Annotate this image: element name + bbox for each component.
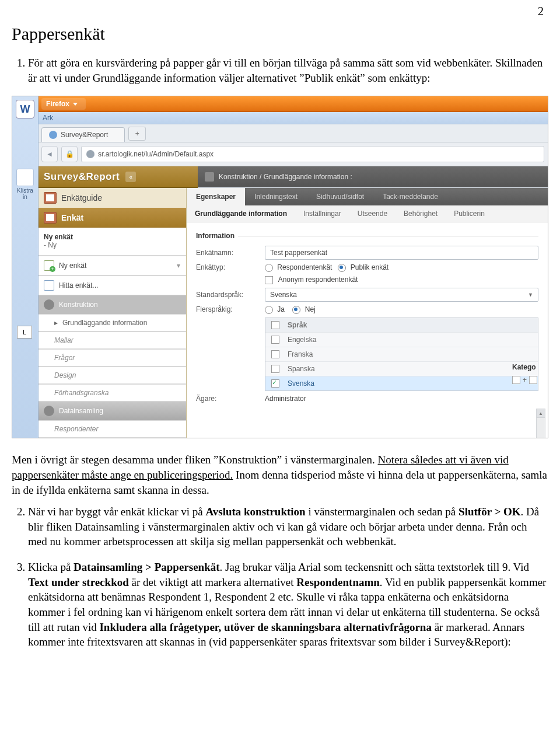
word-app-icon[interactable]: W [16,100,34,118]
subtab-grund[interactable]: Grundläggande information [187,210,295,218]
breadcrumb-icon [205,172,214,182]
checkbox-anonym-label: Anonym respondentenkät [278,275,358,284]
nav-ny-enkat-sub: - Ny [44,241,180,249]
expand-button[interactable] [512,376,520,384]
nav-fragor[interactable]: Frågor [38,349,186,367]
checkbox-all-lang[interactable] [271,321,279,329]
browser-toolbar: ◄ 🔒 sr.artologik.net/lu/Admin/Default.as… [38,142,548,166]
subtab-installningar[interactable]: Inställningar [295,210,349,218]
select-value: Svenska [270,291,297,299]
checkbox-lang-fr[interactable] [271,350,279,358]
section-kategori: Katego + [512,363,537,384]
nav-respondenter[interactable]: Respondenter [38,420,186,438]
nav-grund-label: Grundläggande information [62,319,147,327]
d3c: . Jag brukar välja Arial som teckensnitt… [220,561,529,573]
screenshot: W Klistra in L Firefox Ark Survey&Report… [12,96,548,438]
d2c: i vänstermarginalen och sedan på [306,505,459,518]
radio-respondentenkat-label: Respondentenkät [277,263,332,271]
d3f: Respondentnamn [296,576,380,588]
doc-item-1: För att göra en kursvärdering på papper … [28,55,548,85]
firefox-menu-bar: Firefox [38,96,548,112]
word-ark-tab[interactable]: Ark [38,112,548,124]
scroll-up-button[interactable]: ▲ [537,409,545,418]
sub-tabs: Grundläggande information Inställningar … [187,205,548,222]
nav-enkat-label: Enkät [61,213,83,222]
nav-ny-enkat[interactable]: Ny enkät ▾ [38,256,186,275]
section-information-label: Information [196,232,235,240]
address-bar[interactable]: sr.artologik.net/lu/Admin/Default.aspx [81,146,544,162]
nav-hitta-enkat[interactable]: Hitta enkät... [38,275,186,295]
radio-nej[interactable] [292,306,300,314]
site-identity-icon [86,150,94,158]
section-kategori-label: Katego [512,363,537,371]
subtab-publicering[interactable]: Publicerin [446,210,493,218]
gear-icon [44,406,54,416]
tab-sidhuvud[interactable]: Sidhuvud/sidfot [307,188,373,205]
tree-checkbox[interactable] [529,376,537,384]
radio-publik-enkat[interactable] [338,264,346,272]
subtab-utseende[interactable]: Utseende [349,210,396,218]
security-lock-icon[interactable]: 🔒 [61,146,78,162]
label-enkatnamn: Enkätnamn: [196,249,260,257]
nav-datainsamling[interactable]: Datainsamling [38,402,186,420]
chevron-down-icon: ▾ [177,261,180,270]
nav-grundlaggande[interactable]: ▸ Grundläggande information [38,314,186,332]
checkbox-lang-es[interactable] [271,365,279,373]
nav-konstruktion[interactable]: Konstruktion [38,295,186,314]
form-info: Information Enkätnamn: Test pappersenkät… [187,222,548,410]
clipboard-icon [44,192,57,204]
radio-publik-label: Publik enkät [351,263,388,271]
tab-tack[interactable]: Tack-meddelande [373,188,447,205]
checkbox-lang-en[interactable] [271,336,279,344]
new-tab-button[interactable]: + [128,127,146,141]
nav-design[interactable]: Design [38,367,186,384]
select-standardsprak[interactable]: Svenska ▼ [265,288,538,302]
doc-body: För att göra en kursvärdering på papper … [12,55,548,85]
back-button[interactable]: ◄ [41,146,58,162]
tab-inledningstext[interactable]: Inledningstext [245,188,307,205]
language-row-sv[interactable]: Svenska [265,376,538,390]
language-header: Språk [265,318,538,332]
plus-icon: + [523,376,527,384]
url-text: sr.artologik.net/lu/Admin/Default.aspx [98,150,214,158]
radio-nej-label: Nej [305,305,316,313]
language-row-en[interactable]: Engelska [265,332,538,347]
language-row-es[interactable]: Spanska [265,361,538,376]
chevron-down-icon [73,103,78,106]
nav-mallar[interactable]: Mallar [38,332,186,349]
checkbox-lang-sv[interactable] [271,379,279,388]
label-flersprakig: Flerspråkig: [196,305,260,313]
lang-sv-label: Svenska [288,379,314,388]
nav-ny-enkat-head: Ny enkät [44,233,180,241]
input-enkatnamn[interactable]: Test pappersenkät [265,246,538,260]
top-tabs: Egenskaper Inledningstext Sidhuvud/sidfo… [187,188,548,205]
ruler-tab-indicator[interactable]: L [17,326,32,339]
d3b: Datainsamling > Pappersenkät [74,561,219,573]
gear-icon [44,299,54,310]
lang-es-label: Spanska [288,365,315,373]
paste-label: Klistra in [17,187,33,200]
language-row-fr[interactable]: Franska [265,347,538,361]
subtab-behorighet[interactable]: Behörighet [396,210,446,218]
chevron-down-icon: ▼ [528,292,533,298]
nav-forhandsgranska[interactable]: Förhandsgranska [38,384,186,402]
arrow-icon: ▸ [54,319,58,327]
d2a: När vi har byggt vår enkät klickar vi på [28,505,205,518]
collapse-sidebar-button[interactable]: « [125,172,136,182]
nav-ny-enkat-label: Ny enkät [59,261,86,270]
label-enkattyp: Enkättyp: [196,263,260,271]
radio-respondentenkat[interactable] [265,264,273,272]
doc-item-1-text: För att göra en kursvärdering på papper … [28,57,542,84]
paste-button[interactable]: Klistra in [15,169,36,200]
checkbox-anonym[interactable] [265,276,273,284]
radio-ja[interactable] [265,306,273,314]
firefox-menu-button[interactable]: Firefox [41,98,86,110]
browser-tab-survey[interactable]: Survey&Report [41,127,125,142]
languages-scrollbar[interactable]: ▲ ▼ [536,409,545,438]
divider [238,236,538,236]
tab-egenskaper[interactable]: Egenskaper [187,188,245,205]
nav-enkat[interactable]: Enkät [38,208,186,228]
tab-title: Survey&Report [61,131,108,139]
nav-enkatguide[interactable]: Enkätguide [38,188,186,208]
d3e: är det viktigt att markera alternativet [129,576,297,588]
